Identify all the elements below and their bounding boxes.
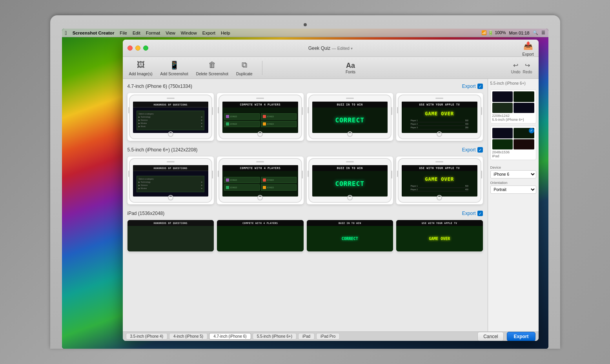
duplicate-button[interactable]: ⧉ Duplicate [236, 60, 253, 76]
export-button[interactable]: Export [507, 332, 535, 341]
undo-redo-group: ↩ Undo ↪ Redo [511, 62, 532, 74]
screenshot-questions-iphone6plus: HUNDREDS OF QUESTIONS Select a category … [127, 157, 214, 204]
phone-side-right-buzz [391, 107, 392, 115]
orientation-label: Orientation [490, 181, 536, 185]
export-check-icon: ✓ [477, 84, 483, 89]
phone-side-left-appletv [397, 107, 398, 113]
tab-iphone6plus[interactable]: 5.5-inch (iPhone 6+) [253, 333, 297, 340]
menubar-list-icon[interactable]: ☰ [541, 30, 545, 35]
section-header-iphone6: 4.7-inch (iPhone 6) (750x1334) Export ✓ [127, 84, 483, 89]
tab-ipad[interactable]: iPad [298, 333, 315, 340]
screen-buzz: BUZZ IN TO WIN CORRECT [312, 102, 388, 133]
phone-side-left-players [218, 107, 219, 113]
menubar-search-icon[interactable]: 🔍 [533, 30, 538, 35]
menubar-clock: Mon 01:18 [509, 31, 530, 35]
action-buttons: Cancel Export [477, 332, 535, 341]
export-checkbox-ipad[interactable]: Export ✓ [462, 211, 483, 216]
add-screenshot-button[interactable]: 📱 Add Screenshot [160, 60, 188, 76]
questions-header-2: HUNDREDS OF QUESTIONS [133, 165, 209, 171]
add-image-button[interactable]: 🖼 Add Image(s) [129, 60, 153, 76]
players-body-2: JOINED JOINED [222, 171, 298, 197]
player-2b: JOINED [261, 177, 297, 183]
edited-badge: — Edited [332, 46, 350, 51]
players-grid: JOINED JOINED [222, 112, 298, 129]
export-toolbar-button[interactable]: 📤 Export [523, 40, 534, 56]
export-checkbox-iphone6plus[interactable]: Export ✓ [462, 147, 483, 153]
add-image-icon: 🖼 [135, 60, 146, 71]
menu-help[interactable]: Help [221, 31, 230, 35]
window-minimize-button[interactable] [135, 46, 140, 51]
screen-questions-2: HUNDREDS OF QUESTIONS Select a category … [133, 165, 209, 197]
phone-screen-players: COMPETE WITH 4 PLAYERS JOINED [222, 102, 298, 133]
players-header-2: COMPETE WITH 4 PLAYERS [222, 165, 298, 171]
phone-frame-appletv: USE WITH YOUR APPLE TV GAME OVER Player … [398, 95, 481, 139]
scores-list: Player 1500 Player 2400 Player 3350 [410, 119, 468, 129]
thumb-cell-2 [513, 91, 534, 102]
menu-export[interactable]: Export [202, 31, 215, 35]
phone-side-right-b2 [391, 171, 392, 178]
export-icon: 📤 [523, 40, 534, 51]
appletv-body: GAME OVER Player 1500 Player 2400 Player… [402, 107, 477, 133]
undo-button[interactable]: ↩ Undo [511, 62, 521, 74]
device-select[interactable]: iPhone 6 [490, 170, 536, 178]
thumbnail-iphone6plus[interactable]: 2208x12425.5-inch (iPhone 6+) [490, 89, 536, 124]
phone-frame-b2: BUZZ IN TO WIN CORRECT [308, 158, 392, 203]
phone-screen-buzz: BUZZ IN TO WIN CORRECT [312, 102, 388, 133]
fonts-icon: Aa [346, 62, 355, 70]
menubar:  Screenshot Creator File Edit Format Vi… [62, 29, 548, 37]
gameover-text-2: GAME OVER [425, 177, 454, 182]
export-checkbox-iphone6[interactable]: Export ✓ [462, 84, 483, 89]
fonts-button[interactable]: Aa Fonts [346, 62, 355, 74]
questions-body: Select a category ▶ Technology★ ▶ Scienc… [133, 107, 209, 133]
thumb-img-ipad [492, 128, 534, 149]
orientation-select[interactable]: Portrait [490, 186, 536, 194]
toolbar-separator [262, 61, 262, 75]
players-grid-2: JOINED JOINED [222, 175, 298, 192]
scores-list-2: Player 1500 Player 2400 [410, 184, 468, 191]
gameover-text: GAME OVER [425, 111, 454, 116]
center-content[interactable]: 4.7-inch (iPhone 6) (750x1334) Export ✓ [123, 79, 488, 331]
app-window: Geek Quiz — Edited ▾ 📤 Export 🖼 [123, 40, 539, 341]
appletv-header-2: USE WITH YOUR APPLE TV [402, 165, 477, 171]
tab-ipadpro[interactable]: iPad Pro [316, 333, 340, 340]
screenshot-questions-iphone6: HUNDREDS OF QUESTIONS Select a category … [127, 93, 214, 141]
menu-edit[interactable]: Edit [133, 31, 140, 35]
undo-icon: ↩ [513, 62, 518, 69]
device-section-iphone6plus: 5.5-inch (iPhone 6+) (1242x2208) Export … [127, 147, 483, 204]
player-avatar-2 [263, 115, 266, 118]
menu-file[interactable]: File [120, 31, 127, 35]
phone-screen-q2: HUNDREDS OF QUESTIONS Select a category … [133, 165, 209, 197]
appletv-body-2: GAME OVER Player 1500 Player 2400 [402, 171, 477, 197]
tab-iphone6[interactable]: 4.7-inch (iPhone 6) [209, 333, 251, 340]
screenshot-buzz-ipad: BUZZ IN TO WIN CORRECT [307, 220, 393, 251]
toolbar: 🖼 Add Image(s) 📱 Add Screenshot 🗑 Delete… [123, 57, 539, 79]
thumbnail-panel: 5.5-inch (iPhone 6+) 2208x12425.5-inch (… [488, 79, 539, 331]
screen-appletv: USE WITH YOUR APPLE TV GAME OVER Player … [402, 102, 477, 133]
ipad-body-p [217, 226, 304, 251]
ipad-body-atv: GAME OVER [396, 226, 483, 251]
window-maximize-button[interactable] [143, 46, 148, 51]
thumb-cell-ipad-3 [492, 139, 513, 150]
phone-home-button-appletv [437, 131, 442, 137]
laptop-shell:  Screenshot Creator File Edit Format Vi… [50, 15, 560, 349]
phone-side-left-p2 [218, 171, 219, 177]
menu-window[interactable]: Window [181, 31, 197, 35]
delete-screenshot-button[interactable]: 🗑 Delete Screenshot [196, 60, 228, 76]
menu-view[interactable]: View [166, 31, 175, 35]
tab-iphone4[interactable]: 3.5-inch (iPhone 4) [126, 333, 168, 340]
screenshot-appletv-ipad: USE WITH YOUR APPLE TV GAME OVER [396, 220, 483, 251]
cancel-button[interactable]: Cancel [477, 332, 504, 341]
screen-players-2: COMPETE WITH 4 PLAYERS JOINED [222, 165, 298, 197]
screenshot-grid-iphone6: HUNDREDS OF QUESTIONS Select a category … [127, 93, 483, 141]
buzz-body: CORRECT [312, 107, 388, 133]
tab-iphone5[interactable]: 4-inch (iPhone 5) [169, 333, 208, 340]
thumb-label-ipad: 2048x1536iPad [492, 150, 534, 158]
section-header-iphone6plus: 5.5-inch (iPhone 6+) (1242x2208) Export … [127, 147, 483, 153]
window-close-button[interactable] [127, 46, 133, 51]
menu-format[interactable]: Format [146, 31, 160, 35]
redo-button[interactable]: ↪ Redo [523, 62, 532, 74]
thumb-check-icon: ✓ [529, 128, 534, 133]
thumbnail-ipad[interactable]: ✓ 2048x1536iPad [490, 126, 536, 160]
menubar-battery: 📶 🔋 100% [481, 30, 506, 35]
right-panel-controls: Device iPhone 6 Orientation Portrait [490, 166, 536, 194]
